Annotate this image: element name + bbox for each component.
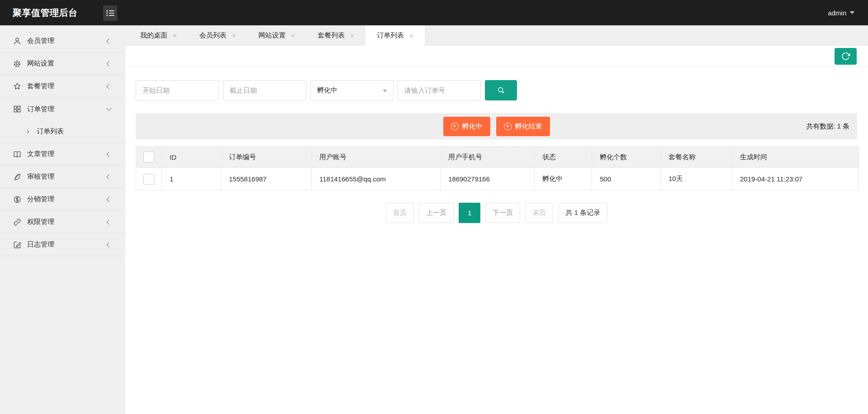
tab-label: 套餐列表 xyxy=(318,31,345,40)
hatch-end-button-label: 孵化结束 xyxy=(515,122,542,131)
pagination-last-button[interactable]: 末页 xyxy=(525,203,553,223)
plus-circle-icon: + xyxy=(451,123,459,130)
cell-order-no: 1555816987 xyxy=(221,168,312,190)
edit-icon xyxy=(13,240,22,249)
col-header-package: 套餐名称 xyxy=(661,147,732,168)
cell-hatch-count: 500 xyxy=(592,168,661,190)
search-icon xyxy=(496,86,506,95)
row-checkbox[interactable] xyxy=(143,174,154,185)
tab-bar: 我的桌面 × 会员列表 × 网站设置 × 套餐列表 × 订单列表 × xyxy=(125,25,868,46)
caret-down-icon xyxy=(850,11,854,14)
filter-row: 孵化中 xyxy=(136,80,868,100)
tab-label: 订单列表 xyxy=(377,31,404,40)
sidebar: 会员管理 网站设置 套餐管理 xyxy=(0,25,125,414)
col-header-status: 状态 xyxy=(535,147,592,168)
sidebar-item-label: 权限管理 xyxy=(27,218,107,226)
col-header-hatch-count: 孵化个数 xyxy=(592,147,661,168)
hatch-end-button[interactable]: + 孵化结束 xyxy=(496,117,550,136)
pagination-prev-button[interactable]: 上一页 xyxy=(419,203,454,223)
select-all-checkbox[interactable] xyxy=(143,152,154,162)
tab-my-desktop[interactable]: 我的桌面 × xyxy=(129,25,188,45)
action-toolbar: + 孵化中 + 孵化结束 共有数据: 1 条 xyxy=(136,113,857,139)
list-menu-icon xyxy=(106,10,114,16)
cell-status: 孵化中 xyxy=(535,168,592,190)
sidebar-subitem-order-list[interactable]: 订单列表 xyxy=(0,120,125,143)
cell-account: 1181416655@qq.com xyxy=(312,168,441,190)
cell-created: 2019-04-21 11:23:07 xyxy=(732,168,859,190)
sidebar-item-label: 订单管理 xyxy=(27,105,107,114)
col-header-created: 生成时间 xyxy=(732,147,859,168)
start-date-input[interactable] xyxy=(136,80,219,100)
sidebar-item-review[interactable]: 审核管理 xyxy=(0,166,125,188)
col-header-account: 用户账号 xyxy=(312,147,441,168)
cell-id: 1 xyxy=(162,168,221,190)
close-icon[interactable]: × xyxy=(291,32,295,39)
sidebar-item-label: 会员管理 xyxy=(27,37,107,45)
sidebar-item-label: 审核管理 xyxy=(27,172,107,181)
chevron-left-icon xyxy=(106,152,111,157)
refresh-button[interactable] xyxy=(835,48,857,65)
cell-package: 10天 xyxy=(661,168,732,190)
record-count-text: 共有数据: 1 条 xyxy=(806,122,849,131)
tab-site-settings[interactable]: 网站设置 × xyxy=(247,25,307,45)
hatching-button-label: 孵化中 xyxy=(462,122,483,131)
sidebar-item-articles[interactable]: 文章管理 xyxy=(0,143,125,166)
sidebar-item-label: 日志管理 xyxy=(27,240,107,249)
sidebar-item-permissions[interactable]: 权限管理 xyxy=(0,211,125,233)
chevron-left-icon xyxy=(106,84,111,89)
orders-table: ID 订单编号 用户账号 用户手机号 状态 孵化个数 套餐名称 生成时间 1 xyxy=(136,146,859,190)
star-icon xyxy=(13,82,22,91)
sidebar-item-label: 套餐管理 xyxy=(27,82,107,90)
order-number-input[interactable] xyxy=(398,80,481,100)
pagination-next-button[interactable]: 下一页 xyxy=(485,203,520,223)
end-date-input[interactable] xyxy=(223,80,306,100)
close-icon[interactable]: × xyxy=(232,32,236,39)
table-row: 1 1555816987 1181416655@qq.com 186902791… xyxy=(136,168,859,190)
user-menu[interactable]: admin xyxy=(828,0,854,25)
sidebar-item-distribution[interactable]: 分销管理 xyxy=(0,188,125,211)
chevron-left-icon xyxy=(106,197,111,202)
gear-icon xyxy=(13,59,22,68)
chevron-down-icon xyxy=(106,105,111,110)
close-icon[interactable]: × xyxy=(350,32,354,39)
col-header-phone: 用户手机号 xyxy=(441,147,535,168)
cell-phone: 18690279166 xyxy=(441,168,535,190)
book-icon xyxy=(13,150,22,159)
content-area: 孵化中 + 孵化中 xyxy=(125,46,868,414)
close-icon[interactable]: × xyxy=(173,32,177,39)
refresh-icon xyxy=(841,52,850,61)
quill-icon xyxy=(13,172,22,181)
tab-label: 我的桌面 xyxy=(140,31,167,40)
app-title: 聚享值管理后台 xyxy=(13,7,78,19)
sidebar-item-site-settings[interactable]: 网站设置 xyxy=(0,52,125,75)
plus-circle-icon: + xyxy=(504,123,512,130)
chevron-left-icon xyxy=(106,219,111,224)
grid-icon xyxy=(13,105,22,114)
sidebar-toggle-button[interactable] xyxy=(103,5,117,21)
chevron-left-icon xyxy=(106,61,111,66)
search-button[interactable] xyxy=(485,80,517,100)
sidebar-item-members[interactable]: 会员管理 xyxy=(0,30,125,52)
chevron-left-icon xyxy=(106,174,111,179)
user-icon xyxy=(13,37,22,46)
caret-down-icon xyxy=(383,90,387,92)
user-name: admin xyxy=(828,9,846,17)
refresh-strip xyxy=(125,46,868,67)
status-select[interactable]: 孵化中 xyxy=(310,80,394,100)
tab-package-list[interactable]: 套餐列表 × xyxy=(306,25,365,45)
chevron-left-icon xyxy=(106,242,111,247)
hatching-button[interactable]: + 孵化中 xyxy=(443,117,490,136)
tab-label: 网站设置 xyxy=(259,31,286,40)
tab-member-list[interactable]: 会员列表 × xyxy=(188,25,247,45)
close-icon[interactable]: × xyxy=(409,32,413,39)
sidebar-item-orders[interactable]: 订单管理 xyxy=(0,98,125,120)
pagination-first-button[interactable]: 首页 xyxy=(386,203,414,223)
pagination-total-label: 共 1 条记录 xyxy=(558,203,607,223)
pagination: 首页 上一页 1 下一页 末页 共 1 条记录 xyxy=(125,203,868,223)
sidebar-subitem-label: 订单列表 xyxy=(37,127,64,136)
link-icon xyxy=(13,218,22,227)
sidebar-item-packages[interactable]: 套餐管理 xyxy=(0,75,125,98)
pagination-page-1-button[interactable]: 1 xyxy=(459,203,480,223)
sidebar-item-logs[interactable]: 日志管理 xyxy=(0,233,125,256)
tab-order-list[interactable]: 订单列表 × xyxy=(365,25,425,46)
